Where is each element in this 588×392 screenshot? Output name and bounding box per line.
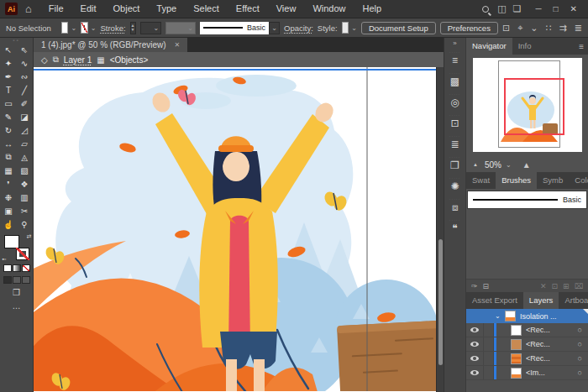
panel-tab[interactable]: Color xyxy=(569,172,588,189)
lock-cell[interactable] xyxy=(484,366,494,379)
scrollbar-thumb[interactable] xyxy=(438,239,443,365)
free-transform-tool[interactable]: ▱ xyxy=(17,137,33,150)
panel-tab[interactable]: Symb xyxy=(537,172,569,189)
close-button[interactable]: ✕ xyxy=(564,0,583,18)
selection-tool[interactable]: ↖ xyxy=(1,43,17,56)
appearance-icon[interactable]: ····· ✺ xyxy=(444,175,465,196)
menubar-item[interactable]: Help xyxy=(354,0,391,18)
artboard-tool[interactable]: ▣ xyxy=(1,204,17,217)
constrain-proportions-icon[interactable]: ⊡ xyxy=(502,23,510,34)
brush-item-basic[interactable]: Basic xyxy=(467,191,587,209)
app-logo-icon[interactable]: Ai xyxy=(5,3,18,15)
hand-tool[interactable]: ☝ xyxy=(1,217,17,231)
symbol-sprayer-tool[interactable]: ❉ xyxy=(1,191,17,204)
lock-cell[interactable] xyxy=(484,323,494,337)
mesh-tool[interactable]: ▦ xyxy=(1,164,17,177)
pen-tool[interactable]: ✒ xyxy=(1,70,17,83)
width-tool[interactable]: ↔ xyxy=(1,137,17,150)
artboards-icon[interactable]: ····· ⊡ xyxy=(444,112,465,133)
align-dots-icon[interactable]: ∷ xyxy=(546,23,552,34)
scale-tool[interactable]: ◿ xyxy=(17,123,33,137)
layer-label[interactable]: <Im... xyxy=(526,368,545,377)
screen-mode-icon[interactable]: ❐ xyxy=(13,288,20,297)
line-segment-tool[interactable]: ╱ xyxy=(17,83,33,97)
menubar-item[interactable]: Effect xyxy=(228,0,268,18)
arrange-icon[interactable]: ⇉ xyxy=(559,23,567,34)
visibility-eye-icon[interactable] xyxy=(466,323,484,337)
width-profile-dropdown[interactable]: ⌄ xyxy=(165,22,196,34)
isolation-layer-row[interactable]: ⌄ Isolation ... xyxy=(466,309,588,323)
search-icon[interactable] xyxy=(482,6,489,13)
stroke-color-box[interactable] xyxy=(16,248,29,260)
panel-list-icon[interactable]: ≣ xyxy=(575,23,582,34)
layer-thumbnail[interactable] xyxy=(511,353,522,364)
layer-label[interactable]: <Rec... xyxy=(526,340,550,348)
home-icon[interactable]: ⌂ xyxy=(25,3,32,15)
stroke-weight-dropdown[interactable]: ⌄ xyxy=(140,22,162,34)
zoom-tool[interactable]: ⚲ xyxy=(17,217,33,231)
menubar-item[interactable]: View xyxy=(268,0,305,18)
more-tools-icon[interactable]: … xyxy=(13,301,21,311)
slice-tool[interactable]: ✂ xyxy=(17,204,33,217)
shaper-tool[interactable]: ✎ xyxy=(1,110,17,123)
delete-brush-icon[interactable]: ⌧ xyxy=(575,282,583,290)
gradient-button[interactable] xyxy=(13,264,21,272)
layer-target-circle[interactable]: ○ xyxy=(578,340,582,348)
default-fill-stroke-icon[interactable]: ▪▫ xyxy=(3,256,7,262)
shape-builder-tool[interactable]: ⧉ xyxy=(1,150,17,164)
layer-thumbnail[interactable] xyxy=(511,325,522,336)
chevron-down-icon[interactable]: ⌄ xyxy=(71,24,76,32)
swap-fill-stroke-icon[interactable]: ⇄ xyxy=(27,233,32,240)
fill-swatch[interactable] xyxy=(61,22,69,34)
document-setup-button[interactable]: Document Setup xyxy=(361,22,436,34)
pathfinder-icon[interactable]: ····· ❐ xyxy=(444,154,465,175)
panel-tab[interactable]: Info xyxy=(512,38,538,55)
menubar-item[interactable]: File xyxy=(40,0,72,18)
layer-target-circle[interactable]: ○ xyxy=(578,354,582,363)
layer-row[interactable]: <Rec... ○ xyxy=(466,323,588,337)
exit-isolation-icon[interactable]: ◇ xyxy=(41,55,48,65)
panel-menu-icon[interactable]: ≡ xyxy=(579,42,588,51)
canvas-artwork[interactable] xyxy=(34,67,436,391)
visibility-eye-icon[interactable] xyxy=(466,352,484,365)
lasso-tool[interactable]: ∿ xyxy=(17,56,33,70)
rotate-tool[interactable]: ↻ xyxy=(1,123,17,137)
vertical-scrollbar[interactable] xyxy=(436,67,444,392)
draw-normal-mode[interactable] xyxy=(3,276,12,284)
draw-behind-mode[interactable] xyxy=(13,276,21,284)
panel-tab[interactable]: Artboards xyxy=(559,292,588,309)
menubar-item[interactable]: Object xyxy=(105,0,149,18)
lock-cell[interactable] xyxy=(484,352,494,365)
stroke-swatch[interactable] xyxy=(81,22,88,34)
maximize-button[interactable]: □ xyxy=(548,0,564,18)
fill-color-box[interactable] xyxy=(4,235,19,248)
preferences-button[interactable]: Preferences xyxy=(440,22,498,34)
libraries-folder-icon[interactable]: ⊟ xyxy=(483,282,490,290)
canvas[interactable] xyxy=(34,67,444,392)
menubar-item[interactable]: Type xyxy=(148,0,185,18)
brush-libraries-icon[interactable]: ✑ xyxy=(471,282,478,290)
stroke-weight-label[interactable]: Stroke: xyxy=(100,24,125,33)
remove-brush-stroke-icon[interactable]: ✕ xyxy=(540,282,547,290)
layer-target-circle[interactable]: ○ xyxy=(578,326,582,334)
close-tab-icon[interactable]: ✕ xyxy=(175,41,181,49)
zoom-out-icon[interactable]: ▲ xyxy=(473,162,478,167)
rectangle-tool[interactable]: ▭ xyxy=(1,97,17,110)
navigator-zoom-value[interactable]: 50% xyxy=(485,160,501,170)
chevron-down-icon[interactable]: ⌄ xyxy=(91,24,97,32)
new-brush-icon[interactable]: ⊞ xyxy=(563,282,570,290)
gradient-tool[interactable]: ▧ xyxy=(17,164,33,177)
chevron-down-icon[interactable]: ⌄ xyxy=(495,312,505,320)
chevron-down-icon[interactable]: ⌄ xyxy=(506,161,512,169)
opacity-label[interactable]: Opacity: xyxy=(284,24,313,33)
layer-row[interactable]: <Rec... ○ xyxy=(466,352,588,366)
layer-row[interactable]: <Rec... ○ xyxy=(466,337,588,352)
layer-thumbnail[interactable] xyxy=(511,368,522,379)
gradient-icon[interactable]: ····· ▩ xyxy=(444,70,465,91)
style-swatch[interactable] xyxy=(342,22,349,34)
minimize-button[interactable]: ─ xyxy=(529,0,547,18)
type-tool[interactable]: T xyxy=(1,83,17,97)
none-button[interactable] xyxy=(22,264,30,272)
menubar-item[interactable]: Window xyxy=(304,0,354,18)
layer-label[interactable]: <Rec... xyxy=(526,354,550,363)
